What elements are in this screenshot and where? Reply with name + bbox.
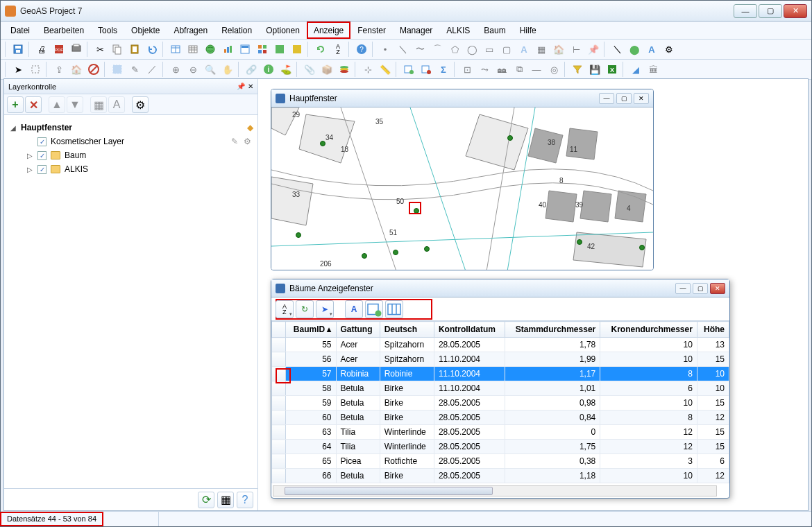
data-maximize-button[interactable]: ▢	[693, 283, 708, 294]
chart-icon[interactable]	[219, 41, 236, 58]
cell[interactable]: 8	[600, 367, 697, 381]
split-icon[interactable]: —	[528, 61, 545, 78]
map-minimize-button[interactable]: —	[599, 93, 614, 104]
menu-manager[interactable]: Manager	[393, 21, 439, 39]
table-layout-button[interactable]	[385, 300, 403, 318]
close-panel-icon[interactable]: ✕	[248, 83, 253, 90]
buffer-icon[interactable]: ◎	[545, 61, 562, 78]
undo-icon[interactable]	[144, 41, 160, 58]
draw-ellipse-icon[interactable]: ◯	[464, 41, 480, 58]
cell[interactable]: 15	[697, 425, 729, 440]
pdf-icon[interactable]: PDF	[51, 41, 67, 58]
edit-line-icon[interactable]: ／	[144, 61, 160, 78]
cell[interactable]: 10	[600, 352, 697, 367]
cell[interactable]: Winterlinde	[380, 440, 434, 454]
cell[interactable]: 0	[505, 425, 600, 440]
cut-icon[interactable]: ✂	[92, 41, 108, 58]
collapse-icon[interactable]: ◢	[10, 124, 17, 132]
cell[interactable]: 28.05.2005	[434, 396, 505, 411]
map-maximize-button[interactable]: ▢	[616, 93, 632, 104]
link-icon[interactable]: 🔗	[243, 61, 260, 78]
draw-dimension-icon[interactable]: ⊢	[568, 41, 584, 58]
minimize-button[interactable]: —	[734, 4, 757, 18]
draw-rect-icon[interactable]: ▭	[481, 41, 498, 58]
data-close-button[interactable]: ✕	[710, 283, 725, 294]
print-icon[interactable]: 🖨	[33, 41, 50, 58]
cell[interactable]: 55	[286, 338, 337, 352]
cell[interactable]: 59	[286, 396, 337, 411]
cell[interactable]: 6	[600, 381, 697, 396]
zoom-in-icon[interactable]: ⊕	[167, 61, 184, 78]
flag-icon[interactable]: ⛳	[278, 61, 294, 78]
zoom-out-icon[interactable]: ⊖	[185, 61, 201, 78]
cell[interactable]: Picea	[336, 454, 380, 469]
table-row[interactable]: 59BetulaBirke28.05.20050,981015	[272, 396, 729, 411]
table-row[interactable]: 64TiliaWinterlinde28.05.20051,751215	[272, 440, 729, 454]
draw-point-icon[interactable]: •	[377, 41, 394, 58]
row-header[interactable]	[272, 411, 286, 425]
row-header[interactable]	[272, 338, 286, 352]
style-symbol-icon[interactable]: ⚙	[661, 41, 677, 58]
row-header[interactable]	[272, 352, 286, 367]
style-line-icon[interactable]: ＼	[609, 41, 625, 58]
menu-optionen[interactable]: Optionen	[259, 21, 307, 39]
expand-icon[interactable]: ▷	[26, 152, 33, 159]
table-view-icon[interactable]	[185, 41, 201, 58]
cell[interactable]: 63	[286, 425, 337, 440]
refresh-data-button[interactable]: ↻	[296, 300, 314, 318]
refresh-layers-button[interactable]: ⟳	[198, 492, 214, 508]
print-preview-icon[interactable]	[68, 41, 85, 58]
cell[interactable]: Betula	[336, 411, 380, 425]
row-header[interactable]	[272, 440, 286, 454]
layers-yellow-icon[interactable]	[289, 41, 305, 58]
save-view-icon[interactable]: 💾	[586, 61, 603, 78]
sort-az-icon[interactable]: AZ	[330, 41, 346, 58]
sum-icon[interactable]: Σ	[435, 61, 452, 78]
cell[interactable]: 58	[286, 381, 337, 396]
layer-stack-icon[interactable]	[336, 61, 353, 78]
column-header[interactable]: Deutsch	[380, 322, 434, 338]
cell[interactable]: Birke	[380, 411, 434, 425]
draw-polyline-icon[interactable]: 〜	[412, 41, 428, 58]
cell[interactable]: 11.10.2004	[434, 352, 505, 367]
cell[interactable]: 10	[697, 367, 729, 381]
draw-arc-icon[interactable]: ⌒	[429, 41, 446, 58]
remove-layer-button[interactable]: ✕	[25, 96, 42, 113]
paste-icon[interactable]	[126, 41, 143, 58]
cell[interactable]: Rotfichte	[380, 454, 434, 469]
form-icon[interactable]	[237, 41, 253, 58]
cell[interactable]: 28.05.2005	[434, 469, 505, 483]
add-layer-button[interactable]: +	[7, 96, 24, 113]
cell[interactable]: 0,98	[505, 396, 600, 411]
cell[interactable]: 12	[600, 440, 697, 454]
column-header[interactable]: Kronendurchmesser	[600, 322, 697, 338]
cell[interactable]: 12	[697, 469, 729, 483]
refresh-icon[interactable]	[312, 41, 329, 58]
row-header[interactable]	[272, 425, 286, 440]
cell[interactable]: 28.05.2005	[434, 411, 505, 425]
column-header[interactable]: Gattung	[336, 322, 380, 338]
cell[interactable]: 10	[600, 396, 697, 411]
cell[interactable]: Spitzahorn	[380, 338, 434, 352]
draw-building-icon[interactable]: 🏠	[550, 41, 567, 58]
cell[interactable]: 3	[600, 454, 697, 469]
gear-icon[interactable]: ⚙	[244, 137, 253, 146]
menu-objekte[interactable]: Objekte	[124, 21, 167, 39]
cell[interactable]: Betula	[336, 396, 380, 411]
cell[interactable]: Spitzahorn	[380, 352, 434, 367]
horizontal-scrollbar[interactable]	[273, 485, 717, 496]
layer-props-button[interactable]: ⚙	[132, 96, 149, 113]
menu-bearbeiten[interactable]: Bearbeiten	[37, 21, 91, 39]
package-icon[interactable]: 📦	[319, 61, 335, 78]
table-row[interactable]: 58BetulaBirke11.10.20041,01610	[272, 381, 729, 396]
layer-item[interactable]: ▷✓ALKIS	[7, 162, 255, 176]
menu-baum[interactable]: Baum	[477, 21, 512, 39]
cell[interactable]: 15	[697, 396, 729, 411]
style-text-icon[interactable]: A	[643, 41, 660, 58]
column-header[interactable]: Stammdurchmesser	[505, 322, 600, 338]
layout-icon[interactable]	[254, 41, 271, 58]
table-row[interactable]: 60BetulaBirke28.05.20050,84812	[272, 411, 729, 425]
cell[interactable]: 66	[286, 469, 337, 483]
cell[interactable]: Tilia	[336, 425, 380, 440]
cell[interactable]: 1,99	[505, 352, 600, 367]
